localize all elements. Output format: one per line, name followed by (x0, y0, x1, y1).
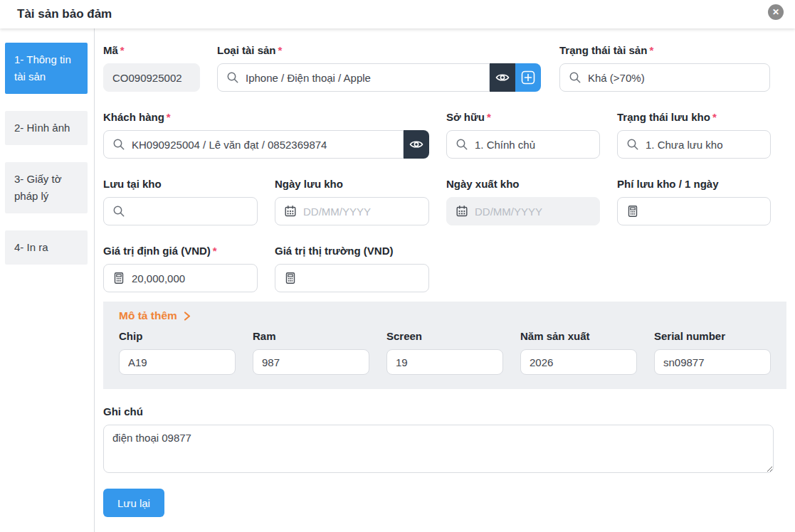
save-button[interactable]: Lưu lại (103, 489, 164, 517)
description-section-toggle[interactable]: Mô tả thêm (111, 309, 786, 322)
field-serial-number: Serial number (654, 329, 771, 375)
so-huu-input[interactable] (475, 139, 591, 151)
calculator-icon (284, 272, 297, 284)
ma-input (112, 72, 191, 84)
field-label: Ram (253, 329, 369, 343)
field-trang-thai-tai-san: Trạng thái tài sản* (559, 43, 770, 92)
steps-sidebar: 1- Thông tin tài sản 2- Hình ảnh 3- Giấy… (0, 28, 95, 532)
field-label: Mã (103, 44, 118, 56)
sidebar-item-hinh-anh[interactable]: 2- Hình ảnh (5, 111, 88, 145)
dialog-header: Tài sản bảo đảm ✕ (0, 0, 795, 28)
required-mark: * (278, 44, 283, 56)
ngay-luu-kho-input[interactable] (303, 206, 420, 218)
close-button[interactable]: ✕ (768, 4, 784, 20)
view-asset-type-button[interactable] (490, 63, 515, 92)
required-mark: * (120, 44, 125, 56)
sidebar-item-in-ra[interactable]: 4- In ra (5, 230, 88, 265)
calendar-icon (456, 205, 468, 218)
trang-thai-luu-kho-input[interactable] (646, 139, 762, 151)
field-chip: Chip (119, 329, 236, 375)
field-ngay-luu-kho: Ngày lưu kho (275, 177, 429, 225)
description-section-title: Mô tả thêm (119, 309, 177, 322)
loai-tai-san-input[interactable] (246, 72, 480, 84)
eye-icon (495, 70, 510, 85)
field-label: Trạng thái lưu kho (617, 111, 710, 123)
required-mark: * (487, 111, 491, 123)
field-label: Lưu tại kho (103, 178, 162, 190)
calendar-icon (284, 205, 297, 218)
field-ngay-xuat-kho: Ngày xuất kho (446, 177, 600, 225)
required-mark: * (213, 245, 217, 257)
close-icon: ✕ (772, 7, 779, 17)
nam-san-xuat-input[interactable] (530, 356, 628, 368)
required-mark: * (167, 111, 171, 123)
field-ma: Mã* (103, 43, 200, 92)
note-textarea[interactable]: điện thoại 09877 (103, 425, 774, 473)
chip-input[interactable] (128, 356, 226, 368)
field-label: Giá trị thị trường (VND) (275, 245, 394, 257)
field-label: Khách hàng (103, 111, 164, 123)
field-label: Loại tài sản (217, 44, 276, 56)
phi-luu-kho-input[interactable] (646, 206, 762, 218)
eye-icon (409, 137, 423, 151)
search-icon (569, 71, 581, 84)
khach-hang-input[interactable] (132, 139, 394, 151)
view-customer-button[interactable] (404, 130, 429, 159)
page-title: Tài sản bảo đảm (17, 7, 112, 21)
field-khach-hang: Khách hàng* (103, 110, 429, 159)
search-icon (626, 138, 639, 151)
field-label: Ngày xuất kho (446, 178, 520, 190)
field-luu-tai-kho: Lưu tại kho (103, 177, 258, 225)
calculator-icon (626, 205, 639, 218)
field-nam-san-xuat: Năm sản xuất (520, 329, 637, 375)
field-screen: Screen (386, 329, 503, 375)
field-label: Năm sản xuất (520, 329, 637, 343)
calculator-icon (112, 272, 125, 284)
gia-tri-dinh-gia-input[interactable] (132, 272, 248, 284)
note-label: Ghi chú (103, 405, 786, 418)
field-label: Screen (386, 329, 503, 343)
field-gia-tri-thi-truong: Giá trị thị trường (VND) (275, 244, 429, 292)
sidebar-item-giay-to-phap-ly[interactable]: 3- Giấy tờ pháp lý (5, 162, 88, 213)
required-mark: * (649, 44, 653, 56)
luu-tai-kho-input[interactable] (132, 206, 248, 218)
field-label: Chip (119, 329, 236, 343)
gia-tri-thi-truong-input[interactable] (303, 272, 420, 284)
field-label: Phí lưu kho / 1 ngày (617, 178, 719, 190)
field-label: Serial number (654, 329, 771, 343)
screen-input[interactable] (396, 356, 494, 368)
search-icon (456, 138, 468, 151)
ngay-xuat-kho-input (475, 206, 591, 218)
field-label: Sở hữu (446, 111, 485, 123)
required-mark: * (712, 111, 717, 123)
serial-number-input[interactable] (663, 356, 762, 368)
description-section: Mô tả thêm Chip Ram Screen Năm sản xuất (103, 302, 786, 389)
sidebar-item-thong-tin-tai-san[interactable]: 1- Thông tin tài sản (5, 43, 88, 94)
plus-icon (521, 70, 535, 85)
search-icon (112, 205, 125, 218)
search-icon (226, 71, 239, 84)
add-asset-type-button[interactable] (515, 63, 541, 92)
field-label: Giá trị định giá (VND) (103, 245, 211, 257)
field-so-huu: Sở hữu* (446, 110, 600, 159)
field-phi-luu-kho: Phí lưu kho / 1 ngày (617, 177, 771, 225)
asset-form: Mã* Loại tài sản* (95, 28, 795, 532)
search-icon (112, 138, 125, 151)
ram-input[interactable] (262, 356, 360, 368)
field-label: Ngày lưu kho (275, 178, 343, 190)
field-trang-thai-luu-kho: Trạng thái lưu kho* (617, 110, 771, 159)
field-gia-tri-dinh-gia: Giá trị định giá (VND)* (103, 244, 258, 292)
field-loai-tai-san: Loại tài sản* (217, 43, 541, 92)
field-ram: Ram (253, 329, 369, 375)
field-label: Trạng thái tài sản (559, 44, 647, 56)
chevron-right-icon (181, 311, 192, 321)
trang-thai-tai-san-input[interactable] (588, 72, 761, 84)
